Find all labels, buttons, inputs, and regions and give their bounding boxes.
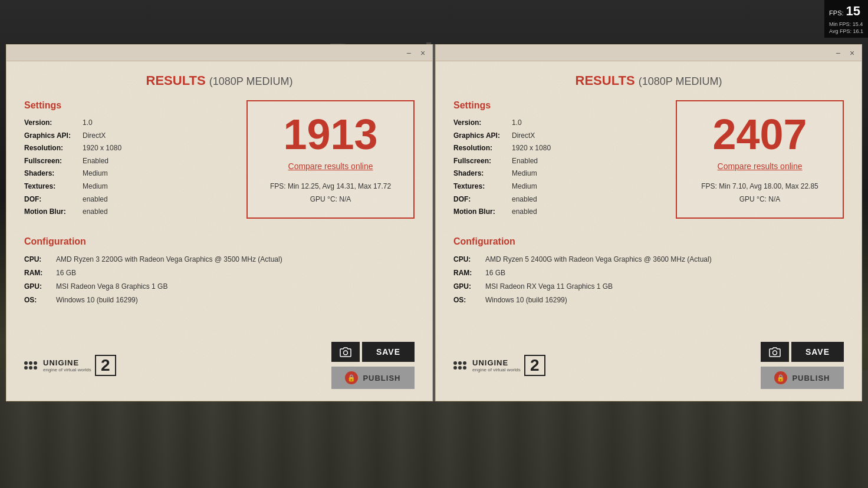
titlebar-1: − × — [6, 45, 432, 61]
close-button-2[interactable]: × — [847, 48, 857, 58]
score-number-1: 1913 — [283, 113, 377, 156]
settings-row: Shaders: Medium — [453, 167, 664, 180]
fps-overlay: FPS: 15 Min FPS: 15.4 Avg FPS: 16.1 — [824, 0, 868, 38]
config-row: OS: Windows 10 (build 16299) — [24, 294, 415, 307]
btn-row-2: SAVE — [761, 342, 844, 362]
unigine-brand-2: UNIGINE — [472, 358, 521, 367]
settings-row: Motion Blur: enabled — [453, 206, 664, 219]
settings-heading-1: Settings — [24, 100, 235, 111]
unigine-dots-2 — [453, 361, 466, 370]
window1-footer: UNIGINE engine of virtual worlds 2 SAVE — [6, 336, 432, 401]
publish-button-2[interactable]: 🔒 PUBLISH — [761, 367, 844, 389]
unigine-number-1: 2 — [95, 355, 116, 376]
close-button-1[interactable]: × — [418, 48, 428, 58]
config-row: RAM: 16 GB — [453, 266, 844, 280]
config-row: OS: Windows 10 (build 16299) — [453, 294, 844, 307]
settings-row: Fullscreen: Enabled — [453, 155, 664, 168]
result-window-1: − × RESULTS (1080P MEDIUM) Settings Vers… — [6, 44, 433, 401]
config-heading-2: Configuration — [453, 236, 844, 247]
fps-stats-2: FPS: Min 7.10, Avg 18.00, Max 22.85 GPU … — [701, 180, 818, 206]
result-title-1: RESULTS (1080P MEDIUM) — [24, 73, 415, 88]
config-table-1: CPU: AMD Ryzen 3 2200G with Radeon Vega … — [24, 253, 415, 306]
settings-heading-2: Settings — [453, 100, 664, 111]
lock-icon-2: 🔒 — [774, 371, 787, 384]
settings-row: Version: 1.0 — [453, 117, 664, 130]
avg-fps: Avg FPS: 16.1 — [829, 28, 863, 35]
score-box-2: 2407 Compare results online FPS: Min 7.1… — [676, 100, 844, 219]
settings-row: Shaders: Medium — [24, 167, 235, 180]
config-row: RAM: 16 GB — [24, 266, 415, 280]
config-heading-1: Configuration — [24, 236, 415, 247]
settings-row: Motion Blur: enabled — [24, 206, 235, 219]
save-button-2[interactable]: SAVE — [791, 342, 844, 362]
settings-row: Version: 1.0 — [24, 117, 235, 130]
unigine-text-group-2: UNIGINE engine of virtual worlds — [472, 358, 521, 372]
window2-footer: UNIGINE engine of virtual worlds 2 SAVE — [436, 336, 862, 401]
settings-row: DOF: enabled — [24, 193, 235, 206]
fps-value: 15 — [846, 2, 860, 21]
unigine-text-group-1: UNIGINE engine of virtual worlds — [43, 358, 91, 372]
settings-row: Fullscreen: Enabled — [24, 155, 235, 168]
config-table-2: CPU: AMD Ryzen 5 2400G with Radeon Vega … — [453, 253, 844, 306]
config-row: GPU: MSI Radeon RX Vega 11 Graphics 1 GB — [453, 280, 844, 294]
settings-table-1: Version: 1.0 Graphics API: DirectX Resol… — [24, 117, 235, 219]
lock-icon-1: 🔒 — [345, 371, 358, 384]
settings-row: Textures: Medium — [24, 180, 235, 193]
main-area-1: Settings Version: 1.0 Graphics API: Dire… — [24, 100, 415, 219]
footer-buttons-1: SAVE 🔒 PUBLISH — [331, 342, 415, 389]
settings-table-2: Version: 1.0 Graphics API: DirectX Resol… — [453, 117, 664, 219]
settings-row: Resolution: 1920 x 1080 — [453, 142, 664, 155]
svg-point-1 — [772, 351, 777, 355]
windows-container: − × RESULTS (1080P MEDIUM) Settings Vers… — [6, 44, 862, 401]
min-fps: Min FPS: 15.4 — [829, 21, 863, 28]
settings-row: Graphics API: DirectX — [453, 130, 664, 143]
config-section-2: Configuration CPU: AMD Ryzen 5 2400G wit… — [453, 236, 844, 306]
fps-label: FPS: — [829, 9, 843, 18]
save-button-1[interactable]: SAVE — [362, 342, 415, 362]
screenshot-button-1[interactable] — [331, 342, 360, 362]
window2-content: RESULTS (1080P MEDIUM) Settings Version:… — [436, 61, 862, 330]
settings-section-1: Settings Version: 1.0 Graphics API: Dire… — [24, 100, 235, 219]
fps-stats-1: FPS: Min 12.25, Avg 14.31, Max 17.72 GPU… — [270, 180, 391, 206]
screenshot-button-2[interactable] — [761, 342, 789, 362]
config-row: GPU: MSI Radeon Vega 8 Graphics 1 GB — [24, 280, 415, 294]
score-box-1: 1913 Compare results online FPS: Min 12.… — [246, 100, 415, 219]
titlebar-2: − × — [436, 45, 862, 61]
unigine-logo-1: UNIGINE engine of virtual worlds 2 — [24, 355, 116, 376]
compare-link-2[interactable]: Compare results online — [718, 161, 803, 171]
config-row: CPU: AMD Ryzen 5 2400G with Radeon Vega … — [453, 253, 844, 266]
footer-buttons-2: SAVE 🔒 PUBLISH — [761, 342, 844, 389]
window1-content: RESULTS (1080P MEDIUM) Settings Version:… — [6, 61, 432, 330]
main-area-2: Settings Version: 1.0 Graphics API: Dire… — [453, 100, 844, 219]
settings-row: DOF: enabled — [453, 193, 664, 206]
svg-point-0 — [343, 351, 347, 355]
unigine-dots-1 — [24, 361, 37, 370]
unigine-number-2: 2 — [524, 355, 545, 376]
publish-button-1[interactable]: 🔒 PUBLISH — [331, 367, 415, 389]
btn-row-1: SAVE — [331, 342, 415, 362]
settings-row: Textures: Medium — [453, 180, 664, 193]
unigine-subtext-2: engine of virtual worlds — [472, 367, 521, 372]
result-title-2: RESULTS (1080P MEDIUM) — [453, 73, 844, 88]
config-row: CPU: AMD Ryzen 3 2200G with Radeon Vega … — [24, 253, 415, 266]
minimize-button-1[interactable]: − — [404, 48, 413, 58]
compare-link-1[interactable]: Compare results online — [288, 161, 373, 171]
unigine-logo-2: UNIGINE engine of virtual worlds 2 — [453, 355, 545, 376]
unigine-brand-1: UNIGINE — [43, 358, 91, 367]
result-window-2: − × RESULTS (1080P MEDIUM) Settings Vers… — [435, 44, 862, 401]
minimize-button-2[interactable]: − — [833, 48, 843, 58]
settings-row: Graphics API: DirectX — [24, 130, 235, 143]
settings-row: Resolution: 1920 x 1080 — [24, 142, 235, 155]
config-section-1: Configuration CPU: AMD Ryzen 3 2200G wit… — [24, 236, 415, 306]
score-number-2: 2407 — [712, 113, 807, 156]
unigine-subtext-1: engine of virtual worlds — [43, 367, 91, 372]
settings-section-2: Settings Version: 1.0 Graphics API: Dire… — [453, 100, 664, 219]
